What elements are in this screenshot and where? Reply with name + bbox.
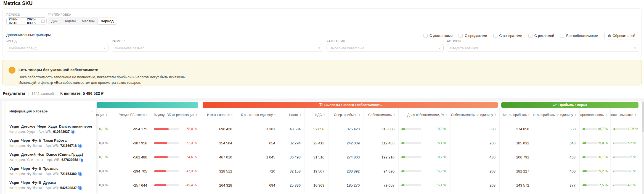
- cell-services_total: -387 956: [111, 136, 151, 150]
- cell-payout_share: 4,8 %: [611, 178, 640, 192]
- filter-checkbox-0[interactable]: С доставками: [423, 34, 453, 38]
- vertical-scrollbar[interactable]: [642, 101, 644, 194]
- checkbox-icon[interactable]: [528, 34, 532, 38]
- grouping-option-2[interactable]: Месяцы: [79, 18, 98, 24]
- table-row-4[interactable]: 0,0 %-257 644-49,4 %264 32869425 33616 3…: [96, 178, 640, 192]
- product-row-3[interactable]: Vsgm_Черн_Футб_ТрезвыеКатегория:Футболки…: [6, 164, 96, 178]
- sort-icon[interactable]: ▲▼: [393, 114, 395, 116]
- sort-icon[interactable]: ▲▼: [494, 114, 496, 116]
- column-header-7[interactable]: Опер. прибыль▲▼: [328, 108, 364, 122]
- copy-icon[interactable]: [78, 186, 82, 190]
- column-header-13[interactable]: Маржинальность▲▼: [580, 108, 611, 122]
- group-band-profit: Прибыль / маржа: [501, 102, 638, 108]
- filter-checkbox-2[interactable]: С возвратами: [493, 34, 522, 38]
- copy-icon[interactable]: [78, 172, 82, 176]
- sort-icon[interactable]: ▲▼: [635, 114, 636, 116]
- sort-icon[interactable]: ▲▼: [605, 114, 607, 116]
- date-from[interactable]: 2026-02-16: [9, 17, 22, 25]
- chevron-down-icon[interactable]: ∨: [103, 46, 105, 50]
- category-value: Худи: [27, 130, 35, 134]
- chevron-down-icon[interactable]: ∨: [634, 46, 636, 50]
- column-header-0[interactable]: изации▲▼: [96, 108, 111, 122]
- sort-icon[interactable]: ▲▼: [274, 114, 276, 116]
- column-header-11[interactable]: Чистая прибыль▲▼: [500, 108, 533, 122]
- filter-checkbox-4[interactable]: Без себестоимости: [560, 34, 598, 38]
- copy-icon[interactable]: [79, 158, 83, 162]
- date-to[interactable]: 2026-03-15: [27, 17, 40, 25]
- chevron-down-icon[interactable]: ∨: [318, 46, 320, 50]
- column-header-label: НДС: [315, 113, 322, 117]
- cell-cost_share: 19,2 %: [399, 122, 450, 136]
- column-header-8[interactable]: Себестоимость▲▼: [364, 108, 399, 122]
- date-range-input[interactable]: 2026-02-16 → 2026-03-15: [6, 17, 47, 25]
- cell-operating_profit: 242 039: [328, 136, 364, 150]
- bar-value: 12,6 %: [628, 127, 638, 131]
- cell-tax: 32 794: [279, 136, 305, 150]
- sort-icon[interactable]: ▲▼: [300, 114, 301, 116]
- sort-icon[interactable]: ▲▼: [146, 114, 148, 116]
- sort-icon[interactable]: ▲▼: [528, 114, 530, 116]
- product-row-4[interactable]: Vsgm_Черн_Футб_ДуракиКатегория:Футболки·…: [6, 178, 96, 192]
- select-field-2[interactable]: Выберите категорию∨: [327, 44, 444, 52]
- sort-icon[interactable]: ▲▼: [574, 114, 576, 116]
- grouping-option-1[interactable]: Недели: [60, 18, 79, 24]
- column-header-5[interactable]: Налог▲▼: [279, 108, 305, 122]
- cell-cost: 192 210: [364, 150, 399, 164]
- cell-tax: 25 336: [279, 178, 305, 192]
- sort-icon[interactable]: ▲▼: [91, 110, 93, 113]
- product-row-partial[interactable]: [6, 192, 96, 194]
- checkbox-icon[interactable]: [560, 34, 564, 38]
- column-header-14[interactable]: Доля в выплате▲▼: [611, 108, 640, 122]
- table-row-0[interactable]: 0,1 %-954 175-58,0 %690 4201 38148 50452…: [96, 122, 640, 136]
- checkbox-icon[interactable]: [459, 34, 463, 38]
- table-row-partial[interactable]: [96, 192, 640, 194]
- product-row-2[interactable]: Vsgm_Детский_Чсв_Dance (Спина Грудь)Кате…: [6, 150, 96, 164]
- select-field-1[interactable]: Выберите размер∨: [112, 44, 323, 52]
- column-header-1[interactable]: Услуги ВБ, всего▲▼: [111, 108, 151, 122]
- reset-filters-button[interactable]: Сбросить всё: [604, 32, 638, 39]
- column-header-10[interactable]: Себестоимость на единицу▲▼: [450, 108, 500, 122]
- product-row-0[interactable]: Vsgm_Детское_Черн_Худи_DanceспинаипередК…: [6, 122, 96, 136]
- filter-checkbox-1[interactable]: С продажами: [459, 34, 487, 38]
- vertical-scrollbar-thumb[interactable]: [642, 102, 644, 132]
- results-count: 1642 записей: [31, 91, 54, 96]
- column-header-9[interactable]: Доля себестоимости, %▲▼: [399, 108, 450, 122]
- filter-checkbox-3[interactable]: С рекламой: [528, 34, 554, 38]
- table-row-2[interactable]: 0,1 %-562 486-54,6 %467 0101 04536 49331…: [96, 150, 640, 164]
- cell-cost_per_unit: 630: [450, 122, 500, 136]
- grouping-option-3[interactable]: Период: [98, 18, 117, 24]
- chevron-down-icon[interactable]: ∨: [438, 46, 441, 50]
- column-header-12[interactable]: Чистая прибыль на единицу▲▼: [533, 108, 580, 122]
- copy-icon[interactable]: [78, 144, 82, 148]
- copy-icon[interactable]: [71, 130, 75, 134]
- select-label: АРТИКУЛ: [447, 39, 639, 43]
- column-header-6[interactable]: НДС▲▼: [305, 108, 328, 122]
- meta-separator: ·: [43, 172, 44, 176]
- product-row-1[interactable]: Vsgm_Черн_Футб_Такая РаботаКатегория:Фут…: [6, 136, 96, 150]
- progress-bar-track: [401, 156, 421, 158]
- grouping-option-0[interactable]: Дни: [48, 18, 60, 24]
- sort-icon[interactable]: ▲▼: [323, 114, 325, 116]
- checkbox-icon[interactable]: [423, 34, 428, 38]
- checkbox-label: С продажами: [465, 34, 487, 38]
- progress-bar-track: [613, 184, 628, 186]
- select-field-0[interactable]: Выберите бренд∨: [6, 44, 108, 52]
- table-row-3[interactable]: 0,0 %-294 705-47,3 %328 51272032 15819 5…: [96, 164, 640, 178]
- sort-icon[interactable]: ▲▼: [106, 114, 107, 116]
- bar-value: -58,0 %: [185, 127, 197, 131]
- table-row-1[interactable]: 0,0 %-387 956-52,3 %354 50465432 79423 4…: [96, 136, 640, 150]
- column-header-4[interactable]: К оплате на единицу▲▼: [236, 108, 279, 122]
- sort-icon[interactable]: ▲▼: [445, 114, 447, 116]
- sort-icon[interactable]: ▲▼: [196, 114, 197, 116]
- select-field-3[interactable]: Введите артикул∨: [447, 44, 639, 52]
- cell-total_payment: 467 010: [201, 150, 236, 164]
- bar-value: 27,5 %: [597, 183, 608, 187]
- sort-icon[interactable]: ▲▼: [231, 114, 233, 116]
- product-info-header[interactable]: Информация о товаре ▲▼: [6, 101, 96, 122]
- column-header-3[interactable]: Итого к оплате▲▼: [201, 108, 236, 122]
- column-header-2[interactable]: % услуг ВБ от реализации▲▼: [151, 108, 201, 122]
- checkbox-icon[interactable]: [493, 34, 497, 38]
- progress-bar-track: [154, 128, 179, 130]
- calendar-icon[interactable]: [41, 19, 45, 23]
- sort-icon[interactable]: ▲▼: [359, 114, 360, 116]
